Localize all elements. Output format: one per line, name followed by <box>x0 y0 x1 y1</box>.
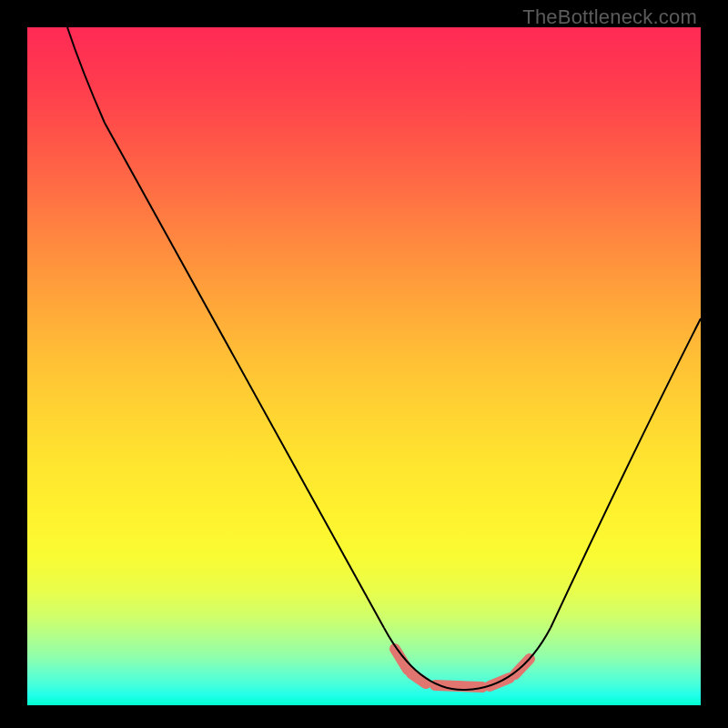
chart-frame: TheBottleneck.com <box>0 0 728 728</box>
pink-marker-band <box>395 649 530 687</box>
gradient-plot-area <box>27 27 701 705</box>
curve-svg <box>27 27 701 705</box>
watermark-text: TheBottleneck.com <box>522 5 697 29</box>
bottleneck-curve <box>67 27 701 690</box>
